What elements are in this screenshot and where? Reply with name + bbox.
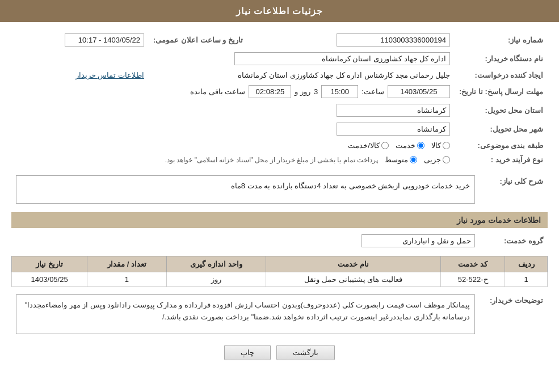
city-row: شهر محل تحویل: کرمانشاه xyxy=(11,120,548,138)
buyer-org-value: اداره کل جهاد کشاورزی استان کرمانشاه xyxy=(11,49,455,68)
service-date: 1403/05/25 xyxy=(12,272,87,287)
category-option-kala: کالا xyxy=(431,141,450,150)
need-desc-label: شرح کلی نیاز: xyxy=(480,172,548,206)
service-group-label: گروه خدمت: xyxy=(480,231,548,250)
service-code: ح-522-52 xyxy=(440,272,505,287)
province-value: کرمانشاه xyxy=(11,101,455,120)
city-display: کرمانشاه xyxy=(337,123,450,136)
service-quantity: 1 xyxy=(87,272,166,287)
purchase-type-label: نوع فرآیند خرید : xyxy=(455,153,548,167)
print-button[interactable]: چاپ xyxy=(224,345,271,360)
category-option-kala-khedmat: کالا/خدمت xyxy=(348,141,389,150)
need-number-value: 1103003336000194 xyxy=(264,31,455,49)
city-value: کرمانشاه xyxy=(11,120,455,138)
contact-link[interactable]: اطلاعات تماس خریدار xyxy=(75,71,144,79)
purchase-type-value: جزیی متوسط پرداخت تمام یا بخشی از مبلغ خ… xyxy=(11,153,455,167)
category-option-khedmat: خدمت xyxy=(396,141,424,150)
category-radio-group: کالا خدمت کالا/خدمت xyxy=(16,141,450,150)
remaining-time-display: 02:08:25 xyxy=(249,85,291,98)
need-desc-display: خرید خدمات خودرویی ازبخش خصوصی به تعداد … xyxy=(16,175,475,204)
buyer-org-label: نام دستگاه خریدار: xyxy=(455,49,548,68)
col-header-date: تاریخ نیاز xyxy=(12,256,87,272)
purchase-type-row: نوع فرآیند خرید : جزیی متوسط پرداخت تمام… xyxy=(11,153,548,167)
announce-date-value: 1403/05/22 - 10:17 xyxy=(11,31,149,49)
services-section-header: اطلاعات خدمات مورد نیاز xyxy=(11,212,548,228)
announce-date-label: تاریخ و ساعت اعلان عمومی: xyxy=(149,31,247,49)
need-desc-row: شرح کلی نیاز: خرید خدمات خودرویی ازبخش خ… xyxy=(11,172,548,206)
table-row: 1 ح-522-52 فعالیت های پشتیبانی حمل ونقل … xyxy=(12,272,548,287)
category-label-kala: کالا xyxy=(431,141,441,150)
purchase-type-joz: جزیی xyxy=(424,155,450,164)
category-label-kala-khedmat: کالا/خدمت xyxy=(348,141,380,150)
purchase-type-mota: متوسط xyxy=(385,155,417,164)
deadline-days-label: روز و xyxy=(295,87,310,96)
category-label-khedmat: خدمت xyxy=(396,141,415,150)
services-table-head: ردیف کد خدمت نام خدمت واحد اندازه گیری ت… xyxy=(12,256,548,272)
contact-link-cell: اطلاعات تماس خریدار xyxy=(11,68,149,82)
category-radio-kala-khedmat[interactable] xyxy=(381,142,389,149)
buyer-notes-row: توضیحات خریدار: پیمانکار موظف است قیمت ر… xyxy=(11,292,548,337)
service-name: فعالیت های پشتیبانی حمل ونقل xyxy=(266,272,441,287)
category-value: کالا خدمت کالا/خدمت xyxy=(11,138,455,153)
purchase-type-radio-joz[interactable] xyxy=(443,156,450,163)
page-title: جزئیات اطلاعات نیاز xyxy=(0,0,559,22)
back-button[interactable]: بازگشت xyxy=(276,345,335,360)
need-number-display: 1103003336000194 xyxy=(337,33,450,47)
deadline-days: 3 xyxy=(314,87,318,96)
buyer-org-display: اداره کل جهاد کشاورزی استان کرمانشاه xyxy=(234,52,450,65)
need-number-row: شماره نیاز: 1103003336000194 تاریخ و ساع… xyxy=(11,31,548,49)
purchase-type-label-joz: جزیی xyxy=(424,155,441,164)
service-group-table: گروه خدمت: حمل و نقل و انبارداری xyxy=(11,231,548,250)
page-wrapper: جزئیات اطلاعات نیاز شماره نیاز: 11030033… xyxy=(0,0,559,392)
need-desc-table: شرح کلی نیاز: خرید خدمات خودرویی ازبخش خ… xyxy=(11,172,548,206)
need-number-label: شماره نیاز: xyxy=(455,31,548,49)
deadline-time-display: 15:00 xyxy=(321,85,358,98)
category-radio-kala[interactable] xyxy=(443,142,450,149)
buyer-notes-table: توضیحات خریدار: پیمانکار موظف است قیمت ر… xyxy=(11,292,548,337)
city-label: شهر محل تحویل: xyxy=(455,120,548,138)
service-unit: روز xyxy=(166,272,266,287)
purchase-type-note: پرداخت تمام یا بخشی از مبلغ خریدار از مح… xyxy=(165,156,378,164)
col-header-service-code: کد خدمت xyxy=(440,256,505,272)
deadline-time-label: ساعت: xyxy=(362,87,384,96)
creator-row: ایجاد کننده درخواست: جلیل رحمانی مجد کار… xyxy=(11,68,548,82)
creator-display: جلیل رحمانی مجد کارشناس اداره کل جهاد کش… xyxy=(238,71,450,79)
deadline-row: مهلت ارسال پاسخ: تا تاریخ: 1403/05/25 سا… xyxy=(11,82,548,101)
service-group-display: حمل و نقل و انبارداری xyxy=(362,234,475,247)
services-table-body: 1 ح-522-52 فعالیت های پشتیبانی حمل ونقل … xyxy=(12,272,548,287)
purchase-type-radio-mota[interactable] xyxy=(410,156,417,163)
purchase-type-label-mota: متوسط xyxy=(385,155,408,164)
main-info-table: شماره نیاز: 1103003336000194 تاریخ و ساع… xyxy=(11,31,548,167)
col-header-row-num: ردیف xyxy=(505,256,548,272)
province-label: استان محل تحویل: xyxy=(455,101,548,120)
need-desc-value: خرید خدمات خودرویی ازبخش خصوصی به تعداد … xyxy=(11,172,480,206)
buyer-notes-label: توضیحات خریدار: xyxy=(480,292,548,337)
announce-date-display: 1403/05/22 - 10:17 xyxy=(65,33,144,47)
category-row: طبقه بندی موضوعی: کالا خدمت xyxy=(11,138,548,153)
deadline-time-row: 1403/05/25 ساعت: 15:00 3 روز و 02:08:25 … xyxy=(16,85,450,98)
col-header-quantity: تعداد / مقدار xyxy=(87,256,166,272)
content-area: شماره نیاز: 1103003336000194 تاریخ و ساع… xyxy=(0,22,559,374)
row-num: 1 xyxy=(505,272,548,287)
deadline-value-cell: 1403/05/25 ساعت: 15:00 3 روز و 02:08:25 … xyxy=(11,82,455,101)
service-group-row: گروه خدمت: حمل و نقل و انبارداری xyxy=(11,231,548,250)
footer-buttons: بازگشت چاپ xyxy=(11,345,548,360)
category-radio-khedmat[interactable] xyxy=(417,142,424,149)
purchase-type-radio-group: جزیی متوسط پرداخت تمام یا بخشی از مبلغ خ… xyxy=(16,155,450,164)
services-table: ردیف کد خدمت نام خدمت واحد اندازه گیری ت… xyxy=(11,256,548,287)
deadline-label: مهلت ارسال پاسخ: تا تاریخ: xyxy=(455,82,548,101)
province-row: استان محل تحویل: کرمانشاه xyxy=(11,101,548,120)
creator-label: ایجاد کننده درخواست: xyxy=(455,68,548,82)
creator-value: جلیل رحمانی مجد کارشناس اداره کل جهاد کش… xyxy=(149,68,455,82)
col-header-service-name: نام خدمت xyxy=(266,256,441,272)
buyer-org-row: نام دستگاه خریدار: اداره کل جهاد کشاورزی… xyxy=(11,49,548,68)
service-group-value: حمل و نقل و انبارداری xyxy=(11,231,480,250)
remaining-label: ساعت باقی مانده xyxy=(190,87,245,96)
services-table-header-row: ردیف کد خدمت نام خدمت واحد اندازه گیری ت… xyxy=(12,256,548,272)
category-label: طبقه بندی موضوعی: xyxy=(455,138,548,153)
province-display: کرمانشاه xyxy=(337,104,450,117)
deadline-date-display: 1403/05/25 xyxy=(388,85,450,98)
buyer-notes-display: پیمانکار موظف است قیمت رابصورت کلی (عددو… xyxy=(16,294,475,334)
buyer-notes-value: پیمانکار موظف است قیمت رابصورت کلی (عددو… xyxy=(11,292,480,337)
col-header-unit: واحد اندازه گیری xyxy=(166,256,266,272)
